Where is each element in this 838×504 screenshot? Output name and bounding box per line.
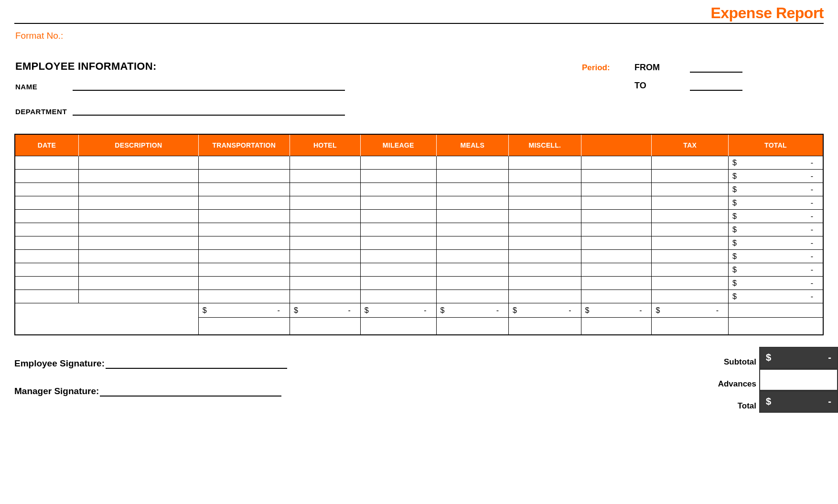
- cell-input[interactable]: [581, 170, 652, 183]
- cell-input[interactable]: [652, 250, 729, 263]
- cell-input[interactable]: [436, 263, 509, 277]
- cell-input[interactable]: [290, 196, 360, 210]
- cell-input[interactable]: [509, 223, 581, 236]
- cell-input[interactable]: [581, 263, 652, 277]
- cell-input[interactable]: [290, 250, 360, 263]
- cell-input[interactable]: [581, 223, 652, 236]
- cell-input[interactable]: [198, 236, 290, 250]
- cell-input[interactable]: [436, 156, 509, 170]
- cell-input[interactable]: [509, 170, 581, 183]
- cell-input[interactable]: [652, 236, 729, 250]
- cell-input[interactable]: [198, 263, 290, 277]
- cell-input[interactable]: [509, 196, 581, 210]
- cell-input[interactable]: [436, 196, 509, 210]
- cell-input[interactable]: [198, 210, 290, 223]
- cell-input[interactable]: [581, 250, 652, 263]
- cell-input[interactable]: [652, 223, 729, 236]
- period-to-field[interactable]: [690, 80, 742, 91]
- cell-input[interactable]: [436, 223, 509, 236]
- cell-input[interactable]: [509, 277, 581, 290]
- cell-input[interactable]: [198, 223, 290, 236]
- cell-input[interactable]: [290, 210, 360, 223]
- cell-input[interactable]: [581, 277, 652, 290]
- cell-input[interactable]: [15, 210, 78, 223]
- cell-input[interactable]: [78, 196, 198, 210]
- cell-input[interactable]: [360, 236, 436, 250]
- cell-input[interactable]: [360, 210, 436, 223]
- cell-input[interactable]: [509, 290, 581, 303]
- department-field[interactable]: [73, 104, 345, 116]
- cell-input[interactable]: [290, 170, 360, 183]
- cell-input[interactable]: [436, 290, 509, 303]
- cell-input[interactable]: [509, 210, 581, 223]
- cell-input[interactable]: [509, 250, 581, 263]
- cell-input[interactable]: [198, 250, 290, 263]
- cell-input[interactable]: [360, 223, 436, 236]
- cell-input[interactable]: [581, 210, 652, 223]
- cell-input[interactable]: [78, 156, 198, 170]
- cell-input[interactable]: [652, 170, 729, 183]
- cell-input[interactable]: [436, 236, 509, 250]
- cell-input[interactable]: [78, 183, 198, 196]
- cell-input[interactable]: [360, 277, 436, 290]
- cell-input[interactable]: [360, 250, 436, 263]
- cell-input[interactable]: [652, 263, 729, 277]
- name-field[interactable]: [73, 79, 345, 91]
- cell-input[interactable]: [436, 183, 509, 196]
- cell-input[interactable]: [581, 196, 652, 210]
- cell-input[interactable]: [509, 263, 581, 277]
- cell-input[interactable]: [581, 290, 652, 303]
- cell-input[interactable]: [581, 236, 652, 250]
- manager-signature-field[interactable]: [100, 386, 281, 397]
- cell-input[interactable]: [15, 156, 78, 170]
- cell-input[interactable]: [360, 156, 436, 170]
- cell-input[interactable]: [78, 170, 198, 183]
- advances-value[interactable]: [759, 369, 838, 391]
- cell-input[interactable]: [78, 236, 198, 250]
- cell-input[interactable]: [360, 170, 436, 183]
- cell-input[interactable]: [15, 183, 78, 196]
- cell-input[interactable]: [78, 290, 198, 303]
- cell-input[interactable]: [15, 223, 78, 236]
- cell-input[interactable]: [15, 277, 78, 290]
- cell-input[interactable]: [78, 223, 198, 236]
- cell-input[interactable]: [360, 290, 436, 303]
- cell-input[interactable]: [436, 250, 509, 263]
- cell-input[interactable]: [290, 183, 360, 196]
- cell-input[interactable]: [78, 210, 198, 223]
- cell-input[interactable]: [78, 250, 198, 263]
- employee-signature-field[interactable]: [106, 358, 287, 369]
- cell-input[interactable]: [436, 170, 509, 183]
- cell-input[interactable]: [509, 156, 581, 170]
- cell-input[interactable]: [581, 183, 652, 196]
- cell-input[interactable]: [290, 223, 360, 236]
- cell-input[interactable]: [198, 156, 290, 170]
- cell-input[interactable]: [360, 263, 436, 277]
- cell-input[interactable]: [652, 183, 729, 196]
- cell-input[interactable]: [198, 196, 290, 210]
- cell-input[interactable]: [360, 196, 436, 210]
- cell-input[interactable]: [290, 290, 360, 303]
- cell-input[interactable]: [198, 183, 290, 196]
- cell-input[interactable]: [198, 290, 290, 303]
- cell-input[interactable]: [652, 277, 729, 290]
- cell-input[interactable]: [652, 210, 729, 223]
- cell-input[interactable]: [198, 277, 290, 290]
- cell-input[interactable]: [15, 263, 78, 277]
- cell-input[interactable]: [15, 290, 78, 303]
- cell-input[interactable]: [78, 277, 198, 290]
- cell-input[interactable]: [15, 236, 78, 250]
- cell-input[interactable]: [290, 156, 360, 170]
- cell-input[interactable]: [652, 290, 729, 303]
- cell-input[interactable]: [198, 170, 290, 183]
- period-from-field[interactable]: [690, 62, 742, 73]
- cell-input[interactable]: [360, 183, 436, 196]
- cell-input[interactable]: [15, 170, 78, 183]
- cell-input[interactable]: [652, 156, 729, 170]
- cell-input[interactable]: [290, 263, 360, 277]
- cell-input[interactable]: [652, 196, 729, 210]
- cell-input[interactable]: [509, 236, 581, 250]
- cell-input[interactable]: [290, 236, 360, 250]
- cell-input[interactable]: [436, 277, 509, 290]
- cell-input[interactable]: [15, 250, 78, 263]
